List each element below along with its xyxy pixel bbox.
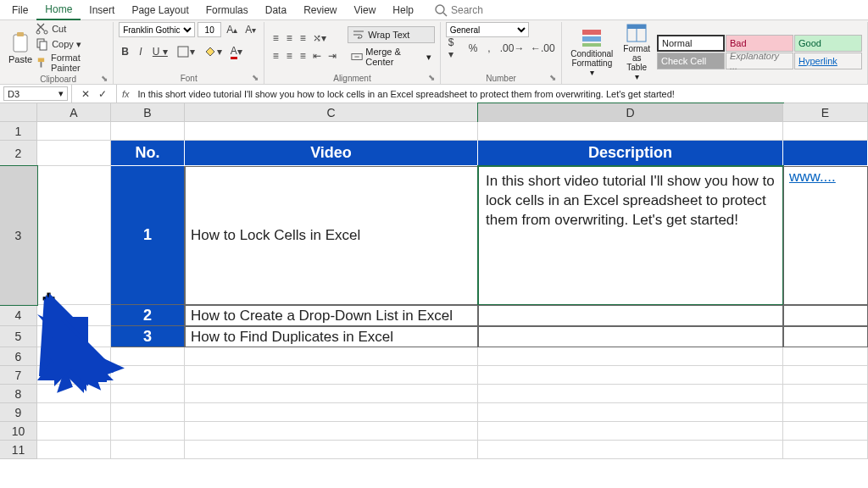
row-header-9[interactable]: 9: [0, 403, 37, 422]
merge-center-button[interactable]: Merge & Center ▾: [348, 46, 435, 68]
row-header-4[interactable]: 4: [0, 305, 37, 326]
font-name-select[interactable]: Franklin Gothic B: [119, 22, 195, 37]
clipboard-launcher[interactable]: ⬊: [101, 74, 108, 83]
cell-d8[interactable]: [478, 385, 783, 403]
cell-d4[interactable]: [478, 305, 783, 326]
row-header-10[interactable]: 10: [0, 422, 37, 441]
number-launcher[interactable]: ⬊: [549, 73, 556, 82]
cell-e6[interactable]: [783, 347, 868, 366]
cell-e11[interactable]: [783, 441, 868, 459]
cell-e10[interactable]: [783, 422, 868, 441]
align-bottom-button[interactable]: ≡: [297, 30, 309, 46]
paste-button[interactable]: Paste: [8, 31, 32, 64]
font-size-input[interactable]: [198, 22, 221, 37]
cell-e3[interactable]: www....: [783, 166, 868, 305]
cell-b8[interactable]: [111, 385, 185, 403]
cell-b9[interactable]: [111, 403, 185, 422]
font-launcher[interactable]: ⬊: [252, 73, 259, 82]
enter-formula-button[interactable]: ✓: [96, 86, 109, 102]
row-header-6[interactable]: 6: [0, 347, 37, 366]
style-check-cell[interactable]: Check Cell: [657, 53, 725, 69]
cell-d9[interactable]: [478, 403, 783, 422]
row-header-1[interactable]: 1: [0, 122, 37, 141]
cell-a6[interactable]: [37, 347, 111, 366]
cell-d11[interactable]: [478, 441, 783, 459]
cell-styles-gallery[interactable]: Normal Bad Good Check Cell Explanatory .…: [657, 35, 862, 69]
cell-e8[interactable]: [783, 385, 868, 403]
tab-insert[interactable]: Insert: [81, 1, 123, 19]
cell-e1[interactable]: [783, 122, 868, 141]
fill-color-button[interactable]: ▾: [201, 44, 225, 59]
cell-a4[interactable]: [37, 305, 111, 326]
cell-c6[interactable]: [185, 347, 478, 366]
cell-c11[interactable]: [185, 441, 478, 459]
fx-icon[interactable]: fx: [117, 89, 135, 99]
cell-d5[interactable]: [478, 326, 783, 347]
conditional-formatting-button[interactable]: Conditional Formatting ▾: [567, 27, 616, 77]
decrease-indent-button[interactable]: ⇤: [310, 48, 324, 64]
tab-data[interactable]: Data: [257, 1, 295, 19]
cell-c9[interactable]: [185, 403, 478, 422]
tab-page-layout[interactable]: Page Layout: [123, 1, 197, 19]
cell-e9[interactable]: [783, 403, 868, 422]
align-middle-button[interactable]: ≡: [283, 30, 295, 46]
tab-formulas[interactable]: Formulas: [198, 1, 257, 19]
copy-button[interactable]: Copy ▾: [36, 37, 108, 51]
align-left-button[interactable]: ≡: [270, 48, 281, 64]
row-header-8[interactable]: 8: [0, 385, 37, 403]
row-header-7[interactable]: 7: [0, 366, 37, 385]
cell-a9[interactable]: [37, 403, 111, 422]
col-header-a[interactable]: A: [37, 103, 111, 122]
cell-a11[interactable]: [37, 441, 111, 459]
comma-button[interactable]: ,: [483, 41, 495, 56]
accounting-button[interactable]: $ ▾: [446, 41, 464, 56]
bold-button[interactable]: B: [119, 44, 131, 59]
cell-c1[interactable]: [185, 122, 478, 141]
wrap-text-button[interactable]: Wrap Text: [348, 26, 435, 43]
cancel-formula-button[interactable]: ✕: [79, 86, 92, 102]
cell-b6[interactable]: [111, 347, 185, 366]
cell-d6[interactable]: [478, 347, 783, 366]
cell-a2[interactable]: [37, 141, 111, 166]
col-header-c[interactable]: C: [185, 103, 478, 122]
cell-e5[interactable]: [783, 326, 868, 347]
align-center-button[interactable]: ≡: [283, 48, 295, 64]
cell-c7[interactable]: [185, 366, 478, 385]
cell-a3[interactable]: [37, 166, 111, 305]
cell-b11[interactable]: [111, 441, 185, 459]
cell-b10[interactable]: [111, 422, 185, 441]
increase-indent-button[interactable]: ⇥: [326, 48, 339, 64]
cell-b7[interactable]: [111, 366, 185, 385]
row-header-2[interactable]: 2: [0, 141, 37, 166]
tab-home[interactable]: Home: [36, 0, 81, 20]
cell-a1[interactable]: [37, 122, 111, 141]
cut-button[interactable]: Cut: [36, 22, 108, 36]
increase-font-button[interactable]: A▴: [224, 22, 240, 37]
search-box[interactable]: Search: [434, 3, 483, 17]
cell-b4[interactable]: 2: [111, 305, 185, 326]
border-button[interactable]: ▾: [174, 44, 198, 59]
decrease-decimal-button[interactable]: ←.00: [529, 41, 556, 56]
col-header-d[interactable]: D: [478, 103, 783, 122]
style-explanatory[interactable]: Explanatory ...: [726, 53, 793, 69]
cell-a5[interactable]: [37, 326, 111, 347]
cell-a7[interactable]: [37, 366, 111, 385]
formula-input[interactable]: In this short video tutorial I'll show y…: [135, 89, 868, 99]
row-header-5[interactable]: 5: [0, 326, 37, 347]
cell-a10[interactable]: [37, 422, 111, 441]
cell-e4[interactable]: [783, 305, 868, 326]
style-normal[interactable]: Normal: [657, 35, 725, 52]
format-painter-button[interactable]: Format Painter: [36, 53, 108, 73]
cell-d7[interactable]: [478, 366, 783, 385]
cell-b5[interactable]: 3: [111, 326, 185, 347]
cell-d1[interactable]: [478, 122, 783, 141]
cell-c5[interactable]: How to Find Duplicates in Excel: [185, 326, 478, 347]
select-all-corner[interactable]: [0, 103, 37, 122]
cell-d3[interactable]: In this short video tutorial I'll show y…: [478, 166, 783, 305]
orientation-button[interactable]: ⤭▾: [310, 30, 329, 46]
name-box[interactable]: D3▾: [3, 86, 68, 101]
font-color-button[interactable]: A▾: [228, 44, 245, 59]
style-good[interactable]: Good: [794, 35, 862, 52]
tab-help[interactable]: Help: [384, 1, 422, 19]
percent-button[interactable]: %: [466, 41, 480, 56]
